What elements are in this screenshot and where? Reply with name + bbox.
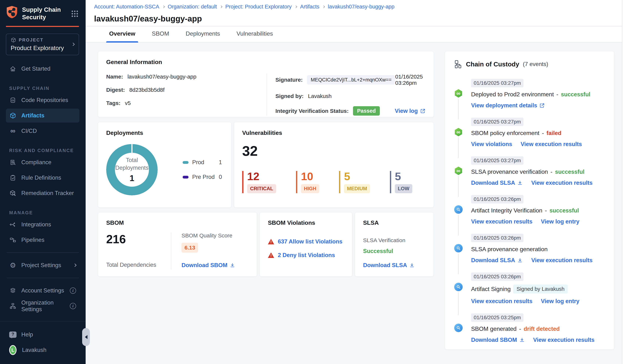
collapse-arrow-icon: [83, 335, 87, 339]
breadcrumb-project[interactable]: Project: Product Exploratory: [225, 4, 292, 10]
view-violations-link[interactable]: View violations: [471, 141, 512, 148]
left-column: General Information Name: lavakush07/eas…: [98, 51, 434, 350]
sidebar-footer: Help L Lavakush: [0, 321, 86, 364]
custody-flowchart-icon: [454, 60, 462, 68]
view-execution-results-link[interactable]: View execution results: [471, 218, 532, 225]
sidebar-item-cicd[interactable]: CI/CD: [6, 124, 79, 138]
tags-value: v5: [125, 100, 131, 106]
section-supply-chain: SUPPLY CHAIN: [9, 86, 86, 91]
view-execution-results-link[interactable]: View execution results: [533, 337, 595, 343]
event-title: SBOM policy enforcement: [471, 130, 539, 136]
sidebar-item-account-settings[interactable]: Account Settings: [6, 284, 79, 298]
view-execution-results-link[interactable]: View execution results: [531, 257, 592, 264]
view-deployment-details-link[interactable]: View deployment details: [471, 102, 545, 109]
timeline-event: 01/16/2025 03:27pm SLSA provenance verif…: [454, 156, 605, 195]
digest-row: Digest: 8d23bd3b5d8f: [106, 87, 267, 93]
allow-list-violations-link[interactable]: 637 Allow list Violations: [278, 238, 342, 245]
timeline-event: 01/16/2025 03:27pm Deployed to Prod2 env…: [454, 79, 605, 118]
sidebar-collapse-handle[interactable]: [82, 328, 90, 346]
download-slsa-link[interactable]: Download SLSA: [471, 180, 523, 186]
download-slsa-link[interactable]: Download SLSA: [471, 257, 523, 264]
project-eyebrow-label: PROJECT: [19, 38, 43, 42]
event-timestamp: 01/16/2025 03:27pm: [471, 118, 523, 126]
allow-list-violations-row: 637 Allow list Violations: [268, 238, 344, 245]
app-title-line1: Supply Chain: [22, 6, 61, 14]
view-log-entry-link[interactable]: View log entry: [541, 218, 579, 225]
sidebar-item-help[interactable]: Help: [6, 328, 79, 342]
sidebar-header: Supply Chain Security PROJECT Product Ex…: [0, 0, 86, 55]
dash: -: [550, 168, 552, 175]
events-count: (7 events): [523, 61, 548, 68]
dash: -: [542, 130, 544, 136]
download-slsa-link[interactable]: Download SLSA: [363, 262, 425, 269]
view-execution-results-link[interactable]: View execution results: [521, 141, 582, 148]
pipelines-icon: [9, 236, 17, 244]
chain-of-custody-title: Chain of Custody: [466, 60, 519, 68]
event-links: View execution results View log entry: [471, 298, 605, 304]
sidebar-item-label: Artifacts: [21, 112, 45, 119]
custody-timeline: 01/16/2025 03:27pm Deployed to Prod2 env…: [454, 79, 605, 352]
signature-date: 01/16/2025 03:26pm: [395, 74, 426, 86]
nav-divider: [7, 278, 79, 278]
sidebar-item-compliance[interactable]: Compliance: [6, 156, 79, 169]
sidebar-item-remediation-tracker[interactable]: Remediation Tracker: [6, 186, 79, 200]
document-search-icon: [9, 159, 17, 166]
sidebar-item-label: Pipelines: [21, 237, 45, 243]
sidebar-item-pipelines[interactable]: Pipelines: [6, 233, 79, 247]
event-timestamp: 01/16/2025 03:26pm: [471, 195, 523, 204]
sidebar-item-get-started[interactable]: Get Started: [6, 62, 79, 76]
timeline-event: 01/16/2025 03:27pm SBOM policy enforceme…: [454, 118, 605, 156]
sidebar-item-integrations[interactable]: Integrations: [6, 218, 79, 232]
tab-overview[interactable]: Overview: [106, 30, 138, 42]
home-icon: [9, 65, 17, 72]
pipeline-hexagon-icon: [454, 89, 463, 98]
project-selector[interactable]: PROJECT Product Exploratory: [6, 34, 79, 55]
download-icon: [230, 262, 235, 268]
view-log-entry-link[interactable]: View log entry: [541, 298, 579, 304]
tab-vulnerabilities[interactable]: Vulnerabilities: [234, 30, 276, 42]
dash: -: [556, 91, 558, 98]
total-dependencies-label: Total Dependencies: [106, 262, 171, 269]
deployments-body: Total Deployments 1 Prod: [106, 144, 223, 196]
event-links: Download SLSA View execution results: [471, 180, 605, 186]
tab-deployments[interactable]: Deployments: [183, 30, 223, 42]
legend-item-prod: Prod 1: [183, 159, 222, 166]
download-sbom-link[interactable]: Download SBOM: [471, 337, 525, 343]
deny-list-violations-link[interactable]: 2 Deny list Violations: [278, 252, 335, 258]
tags-row: Tags: v5: [106, 100, 267, 106]
total-deployments-value: 1: [130, 173, 134, 183]
row-3: SBOM 216 Total Dependencies SBOM Quality…: [98, 212, 434, 276]
chain-of-custody-card: Chain of Custody (7 events) 01/16/2025 0…: [445, 51, 614, 350]
critical-badge: CRITICAL: [247, 184, 276, 193]
info-icon[interactable]: [70, 288, 76, 294]
download-sbom-link[interactable]: Download SBOM: [181, 262, 235, 269]
sidebar-item-organization-settings[interactable]: Organization Settings: [6, 299, 79, 313]
info-icon[interactable]: [70, 303, 76, 309]
signature-value-chip[interactable]: MEQCICde2VjIT...bL+2+mqnOXw==: [307, 75, 395, 84]
sidebar-item-rule-definitions[interactable]: Rule Definitions: [6, 171, 79, 185]
artifact-scan-icon: [454, 324, 463, 332]
tab-sbom[interactable]: SBOM: [149, 30, 172, 42]
breadcrumb-artifacts[interactable]: Artifacts: [300, 4, 319, 10]
view-log-link[interactable]: View log: [395, 108, 426, 114]
timeline-event: 01/16/2025 03:25pm SBOM generated - drif…: [454, 313, 605, 352]
sidebar-item-project-settings[interactable]: Project Settings: [6, 258, 79, 272]
legend-label: Prod: [192, 159, 204, 166]
tab-bar: Overview SBOM Deployments Vulnerabilitie…: [86, 26, 635, 42]
sidebar-item-artifacts[interactable]: Artifacts: [6, 108, 79, 122]
deployments-legend: Prod 1 Pre Prod 0: [183, 159, 223, 180]
breadcrumb-account[interactable]: Account: Automation-SSCA: [94, 4, 159, 10]
sidebar-item-code-repositories[interactable]: Code Repositories: [6, 93, 79, 107]
view-execution-results-link[interactable]: View execution results: [531, 180, 592, 186]
general-info-left: Name: lavakush07/easy-buggy-app Digest: …: [106, 74, 267, 116]
card-title: SBOM: [106, 220, 249, 226]
chevron-right-icon: [162, 5, 165, 8]
sidebar-item-user[interactable]: L Lavakush: [6, 343, 79, 357]
breadcrumb-current[interactable]: lavakush07/easy-buggy-app: [328, 4, 394, 10]
card-title: Deployments: [106, 130, 223, 136]
view-execution-results-link[interactable]: View execution results: [471, 298, 532, 304]
grid-dots-icon[interactable]: [71, 10, 79, 18]
breadcrumb-organization[interactable]: Organization: default: [168, 4, 217, 10]
artifacts-cube-icon: [9, 112, 17, 119]
pipeline-hexagon-icon: [454, 128, 463, 136]
